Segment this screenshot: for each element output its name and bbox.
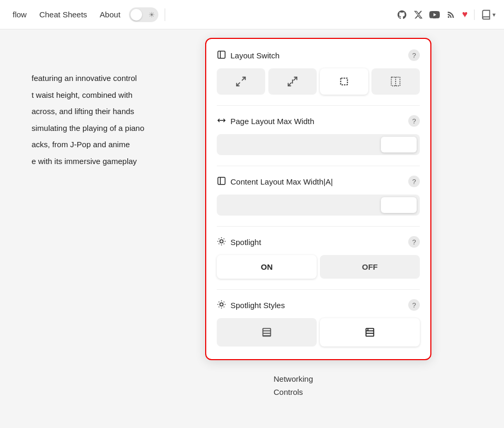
layout-btn-custom[interactable] bbox=[371, 68, 420, 95]
svg-rect-34 bbox=[366, 329, 374, 337]
layout-switch-label: Layout Switch bbox=[230, 51, 279, 60]
page-layout-slider-thumb[interactable] bbox=[381, 137, 417, 152]
svg-line-27 bbox=[224, 307, 224, 307]
layout-btn-wide[interactable] bbox=[268, 68, 317, 95]
theme-toggle[interactable]: ☀ bbox=[129, 7, 158, 22]
layout-switch-icon bbox=[217, 50, 226, 61]
page-layout-label: Page Layout Max Width bbox=[230, 117, 314, 126]
layout-btn-center[interactable] bbox=[320, 68, 368, 95]
page-layout-icon bbox=[217, 116, 226, 127]
svg-line-26 bbox=[219, 301, 219, 302]
content-layout-help[interactable]: ? bbox=[408, 176, 420, 187]
sep-3 bbox=[217, 226, 420, 227]
book-menu[interactable]: ▾ bbox=[481, 9, 496, 20]
networking-link[interactable]: Networking bbox=[274, 374, 313, 383]
svg-line-19 bbox=[219, 243, 219, 244]
content-layout-slider-row bbox=[217, 195, 420, 216]
page-layout-slider-row bbox=[217, 134, 420, 155]
svg-line-20 bbox=[224, 238, 224, 239]
content-layout-slider-thumb[interactable] bbox=[381, 197, 417, 213]
controls-link[interactable]: Controls bbox=[274, 388, 313, 396]
content-layout-slider-track[interactable] bbox=[217, 195, 420, 216]
sun-icon: ☀ bbox=[148, 11, 155, 19]
svg-line-4 bbox=[294, 77, 297, 80]
content-layout-title: Content Layout Max Width|A| bbox=[217, 176, 333, 187]
sep-1 bbox=[217, 105, 420, 106]
spotlight-styles-title: Spotlight Styles bbox=[217, 300, 285, 311]
spotlight-header: Spotlight ? bbox=[217, 236, 420, 248]
svg-line-5 bbox=[288, 83, 291, 86]
settings-popup: Layout Switch ? bbox=[205, 38, 431, 360]
spotlight-label: Spotlight bbox=[230, 238, 261, 247]
spotlight-style-btn-list[interactable] bbox=[217, 318, 317, 347]
page-layout-header: Page Layout Max Width ? bbox=[217, 115, 420, 127]
content-layout-header: Content Layout Max Width|A| ? bbox=[217, 176, 420, 187]
page-layout-help[interactable]: ? bbox=[408, 115, 420, 127]
spotlight-toggle-row: ON OFF bbox=[217, 255, 420, 279]
svg-point-12 bbox=[220, 240, 223, 243]
content-layout-label: Content Layout Max Width|A| bbox=[230, 177, 333, 186]
nav-separator bbox=[474, 9, 475, 20]
bottom-links: Networking Controls bbox=[274, 374, 313, 396]
spotlight-style-btn-list-alt[interactable] bbox=[320, 318, 420, 347]
page-layout-title: Page Layout Max Width bbox=[217, 116, 314, 127]
content-layout-icon bbox=[217, 176, 226, 187]
spotlight-styles-help[interactable]: ? bbox=[408, 299, 420, 311]
spotlight-styles-header: Spotlight Styles ? bbox=[217, 299, 420, 311]
svg-line-29 bbox=[224, 301, 224, 302]
layout-switch-help[interactable]: ? bbox=[408, 49, 420, 61]
svg-rect-30 bbox=[263, 329, 271, 337]
sep-2 bbox=[217, 166, 420, 166]
spotlight-off-button[interactable]: OFF bbox=[320, 255, 420, 279]
svg-rect-0 bbox=[218, 51, 225, 58]
spotlight-on-button[interactable]: ON bbox=[217, 255, 317, 279]
twitter-x-icon[interactable] bbox=[414, 10, 423, 19]
spotlight-styles-label: Spotlight Styles bbox=[230, 301, 285, 310]
nav-link-cheat-sheets[interactable]: Cheat Sheets bbox=[35, 8, 92, 21]
nav-link-flow[interactable]: flow bbox=[8, 8, 31, 21]
layout-btn-full[interactable] bbox=[217, 68, 265, 95]
spotlight-styles-icon bbox=[217, 300, 226, 311]
spotlight-help[interactable]: ? bbox=[408, 236, 420, 248]
spotlight-style-buttons-row bbox=[217, 318, 420, 347]
page-layout-slider-track[interactable] bbox=[217, 134, 420, 155]
github-icon[interactable] bbox=[397, 9, 407, 20]
youtube-icon[interactable] bbox=[429, 9, 440, 20]
chevron-down-icon: ▾ bbox=[492, 11, 496, 18]
svg-line-18 bbox=[224, 243, 224, 244]
navbar: flow Cheat Sheets About ☀ ♥ bbox=[0, 0, 504, 29]
nav-divider bbox=[165, 8, 165, 21]
svg-rect-7 bbox=[341, 78, 348, 85]
spotlight-title: Spotlight bbox=[217, 237, 261, 248]
svg-rect-10 bbox=[218, 177, 225, 185]
layout-buttons-row bbox=[217, 68, 420, 95]
svg-point-21 bbox=[220, 303, 223, 306]
spotlight-icon bbox=[217, 237, 226, 248]
svg-line-28 bbox=[219, 307, 219, 307]
main-content: featuring an innovative control t waist … bbox=[0, 29, 504, 428]
sep-4 bbox=[217, 289, 420, 290]
body-text: featuring an innovative control t waist … bbox=[0, 29, 160, 428]
layout-switch-header: Layout Switch ? bbox=[217, 49, 420, 61]
nav-icons: ♥ ▾ bbox=[397, 9, 496, 20]
rss-icon[interactable] bbox=[446, 10, 456, 19]
nav-link-about[interactable]: About bbox=[96, 8, 125, 21]
heart-icon[interactable]: ♥ bbox=[462, 9, 468, 20]
layout-switch-title: Layout Switch bbox=[217, 50, 279, 61]
svg-line-2 bbox=[242, 77, 245, 80]
toggle-knob bbox=[130, 9, 142, 21]
svg-line-17 bbox=[219, 238, 219, 239]
svg-line-3 bbox=[237, 83, 240, 86]
